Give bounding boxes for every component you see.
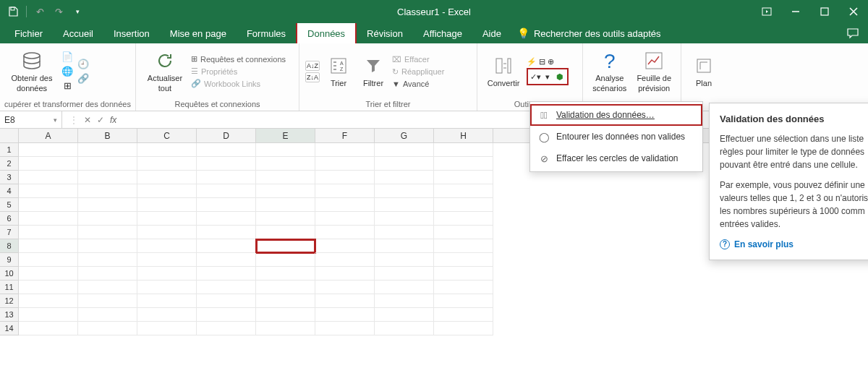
cell[interactable] xyxy=(137,226,197,239)
cell[interactable] xyxy=(315,267,375,281)
cell[interactable] xyxy=(78,198,137,212)
cell[interactable] xyxy=(197,253,256,267)
cell[interactable] xyxy=(78,308,137,322)
cell[interactable] xyxy=(19,143,78,157)
row-header[interactable]: 6 xyxy=(0,212,19,226)
tooltip-learn-more[interactable]: ? En savoir plus xyxy=(720,238,868,251)
cell[interactable] xyxy=(256,308,315,322)
cell[interactable] xyxy=(137,239,197,253)
cell[interactable] xyxy=(256,281,315,294)
ribbon-options-icon[interactable] xyxy=(752,0,781,23)
cell[interactable] xyxy=(375,198,434,212)
cell[interactable] xyxy=(434,294,493,308)
cell[interactable] xyxy=(137,212,197,226)
maximize-button[interactable] xyxy=(810,0,839,23)
from-web-icon[interactable]: 🌐 xyxy=(61,65,74,78)
cell[interactable] xyxy=(434,184,493,198)
cell[interactable] xyxy=(315,157,375,171)
cell[interactable] xyxy=(78,294,137,308)
menu-circle-invalid[interactable]: ◯ Entourer les données non valides xyxy=(530,126,702,147)
cell[interactable] xyxy=(19,267,78,281)
cell[interactable] xyxy=(197,198,256,212)
sort-button[interactable]: AZ Trier xyxy=(323,54,354,88)
tab-formules[interactable]: Formules xyxy=(237,23,296,43)
cell[interactable] xyxy=(78,281,137,294)
cell[interactable] xyxy=(434,212,493,226)
cell[interactable] xyxy=(434,198,493,212)
forecast-button[interactable]: Feuille de prévision xyxy=(634,49,676,93)
cell[interactable] xyxy=(256,198,315,212)
cell[interactable] xyxy=(434,239,493,253)
column-header[interactable]: B xyxy=(78,129,137,142)
cell[interactable] xyxy=(434,308,493,322)
cell[interactable] xyxy=(375,294,434,308)
cell[interactable] xyxy=(19,294,78,308)
confirm-icon[interactable]: ✓ xyxy=(97,115,104,125)
cell[interactable] xyxy=(78,184,137,198)
cell[interactable] xyxy=(375,171,434,184)
cell[interactable] xyxy=(197,308,256,322)
row-header[interactable]: 14 xyxy=(0,322,19,335)
column-header[interactable]: E xyxy=(256,129,315,142)
cell[interactable] xyxy=(434,226,493,239)
cell[interactable] xyxy=(197,157,256,171)
cell[interactable] xyxy=(137,157,197,171)
cell[interactable] xyxy=(256,322,315,335)
cell[interactable] xyxy=(315,253,375,267)
cell[interactable] xyxy=(19,281,78,294)
tab-insertion[interactable]: Insertion xyxy=(103,23,160,43)
cell[interactable] xyxy=(137,294,197,308)
row-header[interactable]: 8 xyxy=(0,239,19,253)
cell[interactable] xyxy=(19,171,78,184)
recent-sources-icon[interactable]: 🕘 xyxy=(77,58,90,71)
cell[interactable] xyxy=(315,171,375,184)
cell[interactable] xyxy=(19,157,78,171)
cell[interactable] xyxy=(256,143,315,157)
cell[interactable] xyxy=(256,294,315,308)
cell[interactable] xyxy=(375,157,434,171)
cell[interactable] xyxy=(256,184,315,198)
row-header[interactable]: 11 xyxy=(0,281,19,294)
cell[interactable] xyxy=(137,281,197,294)
column-header[interactable]: C xyxy=(137,129,197,142)
redo-icon[interactable]: ↷ xyxy=(51,4,66,19)
cell[interactable] xyxy=(256,253,315,267)
undo-icon[interactable]: ↶ xyxy=(33,4,47,19)
cell[interactable] xyxy=(137,143,197,157)
cell[interactable] xyxy=(375,226,434,239)
cell[interactable] xyxy=(78,226,137,239)
row-header[interactable]: 5 xyxy=(0,198,19,212)
cell[interactable] xyxy=(197,267,256,281)
from-text-icon[interactable]: 📄 xyxy=(61,51,74,64)
cell[interactable] xyxy=(19,239,78,253)
sort-asc-icon[interactable]: A↓Z xyxy=(305,61,320,71)
qat-customize-icon[interactable]: ▾ xyxy=(70,4,85,19)
comments-icon[interactable] xyxy=(846,27,859,39)
remove-dup-icon[interactable]: ⊟ xyxy=(539,57,545,67)
row-header[interactable]: 12 xyxy=(0,294,19,308)
workbook-links-button[interactable]: 🔗Workbook Links xyxy=(191,79,286,88)
row-header[interactable]: 2 xyxy=(0,157,19,171)
column-header[interactable]: F xyxy=(315,129,375,142)
cell[interactable] xyxy=(137,198,197,212)
cell[interactable] xyxy=(19,226,78,239)
cell[interactable] xyxy=(315,226,375,239)
fx-icon[interactable]: fx xyxy=(110,115,116,125)
tab-accueil[interactable]: Accueil xyxy=(53,23,103,43)
column-header[interactable]: A xyxy=(19,129,78,142)
cell[interactable] xyxy=(256,226,315,239)
cell[interactable] xyxy=(434,281,493,294)
cell[interactable] xyxy=(19,212,78,226)
cell[interactable] xyxy=(434,253,493,267)
cell[interactable] xyxy=(375,143,434,157)
cell[interactable] xyxy=(137,184,197,198)
cancel-icon[interactable]: ✕ xyxy=(84,115,91,125)
cell[interactable] xyxy=(256,171,315,184)
cell[interactable] xyxy=(137,308,197,322)
cell[interactable] xyxy=(434,157,493,171)
cell[interactable] xyxy=(375,281,434,294)
queries-connections-button[interactable]: ⊞Requêtes et connexions xyxy=(191,54,286,64)
cell[interactable] xyxy=(315,239,375,253)
cell[interactable] xyxy=(197,239,256,253)
cell[interactable] xyxy=(375,322,434,335)
